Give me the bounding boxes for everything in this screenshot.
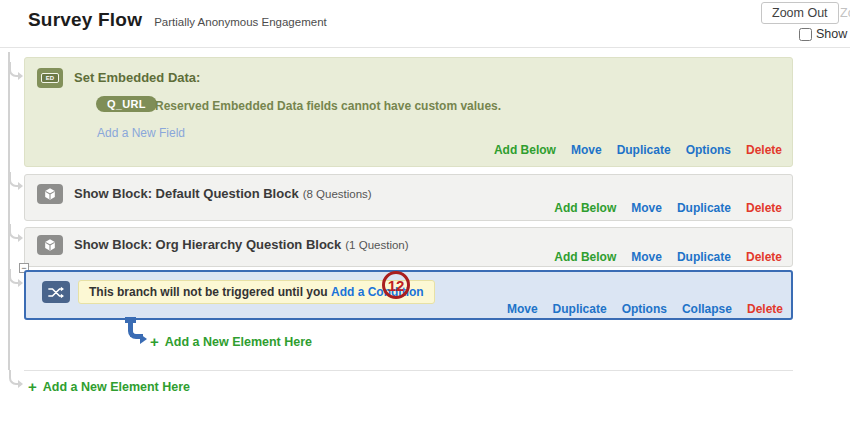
org-block-actions: Add Below Move Duplicate Delete (554, 250, 782, 264)
duplicate-link[interactable]: Duplicate (677, 201, 731, 215)
duplicate-link[interactable]: Duplicate (553, 302, 607, 316)
plus-icon: + (150, 334, 159, 349)
add-below-link[interactable]: Add Below (554, 201, 616, 215)
options-link[interactable]: Options (686, 143, 731, 157)
question-count: (8 Questions) (303, 188, 372, 200)
move-link[interactable]: Move (631, 201, 662, 215)
embedded-block-actions: Add Below Move Duplicate Options Delete (494, 143, 782, 157)
branch-add-element-link[interactable]: + Add a New Element Here (150, 334, 312, 349)
show-flow-ids-toggle[interactable]: Show F (799, 27, 850, 41)
bottom-add-element-link[interactable]: + Add a New Element Here (28, 379, 190, 394)
page-title: Survey Flow (28, 9, 142, 31)
branch-child-arrow-icon (128, 319, 143, 339)
move-link[interactable]: Move (507, 302, 538, 316)
delete-link[interactable]: Delete (747, 302, 783, 316)
header-divider (0, 47, 850, 48)
block-cube-icon (37, 184, 63, 204)
show-flow-ids-label: Show F (816, 27, 850, 41)
add-below-link[interactable]: Add Below (494, 143, 556, 157)
block-title: Show Block: Default Question Block(8 Que… (74, 186, 372, 201)
flow-arrow-icon (9, 224, 20, 239)
flow-arrow-icon (9, 62, 20, 77)
duplicate-link[interactable]: Duplicate (677, 250, 731, 264)
flow-arrow-icon (9, 370, 20, 385)
options-link[interactable]: Options (622, 302, 667, 316)
block-title: Show Block: Org Hierarchy Question Block… (74, 237, 409, 252)
delete-link[interactable]: Delete (746, 201, 782, 215)
move-link[interactable]: Move (571, 143, 602, 157)
branch-actions: Move Duplicate Options Collapse Delete (507, 302, 783, 316)
embedded-field-badge: Q_URL (96, 96, 157, 112)
plus-icon: + (28, 379, 37, 394)
annotation-badge: 12 (382, 271, 410, 299)
embedded-data-block: ED Set Embedded Data: Q_URL Reserved Emb… (24, 57, 793, 167)
flow-arrow-icon (9, 172, 20, 187)
survey-name: Partially Anonymous Engagement (154, 16, 327, 28)
default-question-block: Show Block: Default Question Block(8 Que… (24, 174, 793, 221)
branch-block: This branch will not be triggered until … (24, 270, 793, 320)
embedded-data-icon: ED (37, 68, 63, 88)
delete-link[interactable]: Delete (746, 143, 782, 157)
move-link[interactable]: Move (631, 250, 662, 264)
show-flow-ids-checkbox[interactable] (799, 28, 812, 41)
question-count: (1 Question) (345, 239, 408, 251)
org-hierarchy-block: Show Block: Org Hierarchy Question Block… (24, 227, 793, 267)
branch-icon (42, 281, 70, 303)
zoom-in-button-clipped[interactable]: Zoo (840, 6, 850, 20)
add-new-field-link[interactable]: Add a New Field (97, 126, 185, 140)
survey-flow-page: Survey Flow Partially Anonymous Engageme… (0, 0, 850, 425)
collapse-link[interactable]: Collapse (682, 302, 732, 316)
flow-connector-line (8, 52, 10, 370)
delete-link[interactable]: Delete (746, 250, 782, 264)
embedded-data-title: Set Embedded Data: (74, 70, 200, 85)
default-block-actions: Add Below Move Duplicate Delete (554, 201, 782, 215)
zoom-out-button[interactable]: Zoom Out (761, 2, 839, 24)
reserved-field-message: Reserved Embedded Data fields cannot hav… (155, 99, 501, 113)
header: Survey Flow Partially Anonymous Engageme… (28, 9, 327, 31)
add-below-link[interactable]: Add Below (554, 250, 616, 264)
duplicate-link[interactable]: Duplicate (617, 143, 671, 157)
bottom-divider (24, 370, 793, 371)
block-cube-icon (37, 235, 63, 255)
